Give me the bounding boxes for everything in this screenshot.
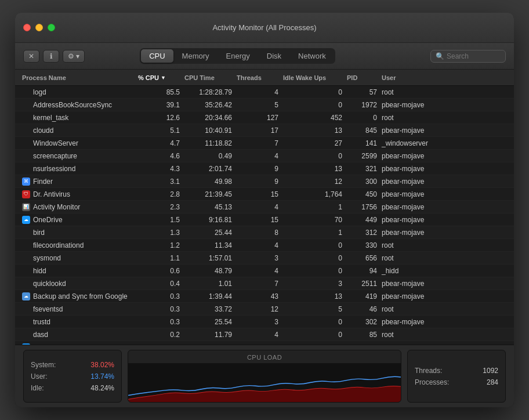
idle-wake-ups: 13 [281,126,345,135]
threads-label: Threads: [415,367,442,375]
user: _hidd [379,267,509,275]
settings-button[interactable]: ⚙ ▾ [63,50,85,63]
table-row[interactable]: AddressBookSourceSync 39.1 35:26.42 5 0 … [15,99,514,111]
pid: 2511 [345,280,379,288]
threads-count: 17 [234,126,281,135]
user: pbear-mojave [379,229,509,237]
threads-count: 15 [234,216,281,224]
cpu-percent: 4.3 [136,165,182,173]
table-row[interactable]: ⌘ Finder 3.1 49.98 9 12 300 pbear-mojave [15,175,514,188]
table-row[interactable]: kernel_task 12.6 20:34.66 127 452 0 root [15,111,514,124]
user: _windowserver [379,139,509,147]
processes-value: 284 [487,378,498,386]
cpu-percent: 1.3 [136,229,182,237]
threads-count: 7 [234,280,281,288]
header-user[interactable]: User [379,74,509,81]
table-row[interactable]: fseventsd 0.3 33.72 12 5 46 root [15,303,514,316]
idle-value: 48.24% [90,384,114,392]
table-row[interactable]: nsurlsessiond 4.3 2:01.74 9 13 321 pbear… [15,162,514,175]
cpu-stats-panel: System: 38.02% User: 13.74% Idle: 48.24% [23,350,122,403]
processes-row: Processes: 284 [415,378,498,386]
cpu-percent: 39.1 [136,101,182,109]
threads-count: 4 [234,203,281,211]
idle-wake-ups: 0 [281,88,345,96]
traffic-lights [23,24,55,31]
process-name: screencapture [20,152,136,160]
cpu-percent: 0.3 [136,318,182,326]
process-name: AddressBookSourceSync [20,101,136,109]
tab-cpu[interactable]: CPU [141,49,173,63]
tab-energy[interactable]: Energy [218,49,258,63]
sort-arrow-icon: ▼ [161,75,166,81]
header-pid[interactable]: PID [345,74,379,81]
idle-wake-ups: 3 [281,280,345,288]
header-threads[interactable]: Threads [234,74,281,81]
threads-count: 8 [234,229,281,237]
info-button[interactable]: ℹ [43,50,59,63]
maximize-button[interactable] [48,24,55,31]
table-row[interactable]: quicklookd 0.4 1.01 7 3 2511 pbear-mojav… [15,277,514,290]
bottom-panel: System: 38.02% User: 13.74% Idle: 48.24%… [15,345,514,407]
user: pbear-mojave [379,280,509,288]
search-input[interactable] [447,52,501,60]
table-row[interactable]: filecoordinationd 1.2 11.34 4 0 330 root [15,239,514,252]
table-row[interactable]: 📊 Activity Monitor 2.3 45.13 4 1 1756 pb… [15,201,514,213]
process-name: hidd [20,267,136,275]
table-row[interactable]: ☁ OneDrive 1.5 9:16.81 15 70 449 pbear-m… [15,213,514,226]
pid: 1972 [345,101,379,109]
idle-wake-ups: 1,764 [281,190,345,198]
user: root [379,305,509,313]
table-row[interactable]: screencapture 4.6 0.49 4 0 2599 pbear-mo… [15,150,514,162]
cpu-time: 1:57.01 [182,254,234,262]
cpu-percent: 1.2 [136,241,182,249]
threads-count: 9 [234,178,281,186]
user: root [379,114,509,122]
header-idle-wake[interactable]: Idle Wake Ups [281,74,345,81]
table-row[interactable]: trustd 0.3 25.54 3 0 302 pbear-mojave [15,316,514,328]
threads-count: 9 [234,165,281,173]
stop-button[interactable]: ✕ [23,50,39,63]
minimize-button[interactable] [35,24,43,31]
tab-network[interactable]: Network [290,49,334,63]
cpu-time: 25.44 [182,229,234,237]
table-row[interactable]: 🛡 Dr. Antivirus 2.8 21:39.45 15 1,764 45… [15,188,514,201]
header-process-name[interactable]: Process Name [20,74,136,81]
idle-wake-ups: 0 [281,331,345,339]
tab-memory[interactable]: Memory [174,49,218,63]
process-name: dasd [20,331,136,339]
table-row[interactable]: sysmond 1.1 1:57.01 3 0 656 root [15,252,514,265]
process-name: trustd [20,318,136,326]
idle-wake-ups: 0 [281,267,345,275]
table-row[interactable]: ☁ Backup and Sync from Google 0.3 1:39.4… [15,290,514,303]
pid: 94 [345,267,379,275]
process-icon: ☁ [22,216,30,224]
threads-count: 4 [234,267,281,275]
table-row[interactable]: WindowServer 4.7 11:18.82 7 27 141 _wind… [15,137,514,150]
main-window: Activity Monitor (All Processes) ✕ ℹ ⚙ ▾… [15,13,514,407]
pid: 321 [345,165,379,173]
table-row[interactable]: hidd 0.6 48.79 4 0 94 _hidd [15,265,514,277]
cpu-time: 11.34 [182,241,234,249]
tab-disk[interactable]: Disk [259,49,289,63]
cpu-percent: 4.6 [136,152,182,160]
header-cpu-time[interactable]: CPU Time [182,74,234,81]
threads-count: 4 [234,152,281,160]
toolbar-left-buttons: ✕ ℹ ⚙ ▾ [23,50,85,63]
user: pbear-mojave [379,101,509,109]
thread-info-panel: Threads: 1092 Processes: 284 [407,350,506,403]
user: root [379,241,509,249]
header-cpu[interactable]: % CPU ▼ [136,74,182,81]
search-box[interactable]: 🔍 [430,50,506,63]
table-row[interactable]: dasd 0.2 11.79 4 0 85 root [15,328,514,341]
cpu-time: 45.13 [182,203,234,211]
table-row[interactable]: bird 1.3 25.44 8 1 312 pbear-mojave [15,226,514,239]
system-label: System: [31,361,56,369]
table-row[interactable]: logd 85.5 1:28:28.79 4 0 57 root [15,86,514,99]
table-row[interactable]: cloudd 5.1 10:40.91 17 13 845 pbear-moja… [15,124,514,137]
cpu-time: 2:01.74 [182,165,234,173]
system-stat-row: System: 38.02% [31,361,114,369]
close-button[interactable] [23,24,31,31]
cpu-percent: 0.2 [136,331,182,339]
titlebar: Activity Monitor (All Processes) [15,13,514,43]
user-stat-row: User: 13.74% [31,372,114,381]
